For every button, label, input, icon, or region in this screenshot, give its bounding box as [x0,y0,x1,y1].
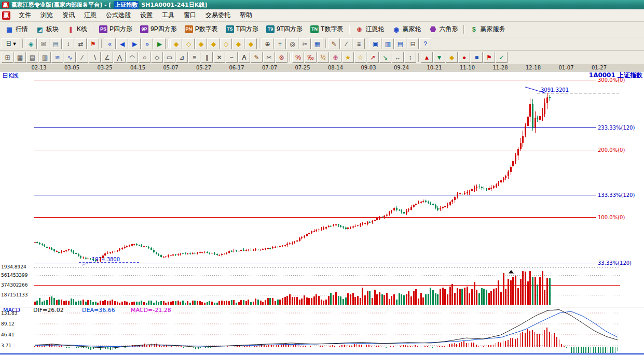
menu-item-7[interactable]: 工具 [157,9,179,21]
chart-area[interactable]: 300.0%(0)233.33%(120)200.0%(0)133.33%(12… [0,72,644,355]
quotes-button[interactable]: ▦行情 [2,23,32,36]
layers-tool[interactable]: ≡ [353,38,365,49]
help-button[interactable]: ? [419,38,431,49]
save-layout-button[interactable]: ⊟ [407,38,419,49]
wave2-tool[interactable]: ~ [226,52,238,63]
text-tool[interactable]: A [238,52,250,63]
panel-layout-2[interactable]: ▥ [382,38,394,49]
9t-square-button[interactable]: T99T四方形 [263,23,306,36]
horizontal-grid-tool[interactable]: ▤ [26,52,38,63]
up-arrow-tool[interactable]: ↗ [367,52,379,63]
menu-item-1[interactable]: 文件 [14,9,36,21]
flag2-tool[interactable]: ⚑ [483,52,495,63]
sell-mark-tool[interactable]: ▼ [433,52,445,63]
t-square-button[interactable]: TST四方形 [222,23,262,36]
line-tool[interactable]: ∕ [340,38,352,49]
pencil-tool[interactable]: ✎ [328,38,340,49]
auto-play-button[interactable]: ▶ [154,38,166,49]
p-number-table-button[interactable]: PNP数字表 [181,23,222,36]
winner-wheel-button[interactable]: ◉赢家轮 [388,23,424,36]
gann-fan-tool[interactable]: ⊕ [330,52,341,63]
p-square-button[interactable]: PSP四方形 [95,23,136,36]
grid-tool[interactable]: ▦ [311,38,323,49]
menu-item-10[interactable]: 帮助 [235,9,257,21]
next-page-button[interactable]: ▶ [129,38,141,49]
info-panel-tool[interactable]: ▤ [50,38,62,49]
down-arrow-tool[interactable]: ↘ [379,52,391,63]
menu-item-2[interactable]: 浏览 [36,9,58,21]
first-page-button[interactable]: « [104,38,116,49]
trend-line-tool[interactable]: ∕ [76,52,88,63]
star-outline-tool[interactable]: ☆ [354,52,366,63]
cross-line-tool[interactable]: ✕ [213,52,225,63]
volume-bar [474,282,475,305]
menu-item-3[interactable]: 资讯 [58,9,79,21]
hrange-tool[interactable]: ↔ [392,52,404,63]
gann-diamond-tool-5[interactable]: ◇ [220,38,232,49]
gann-diamond-tool-1[interactable]: ◆ [170,38,182,49]
dot-mark-tool[interactable]: ● [458,52,470,63]
gann-diamond-tool-4[interactable]: ◆ [208,38,220,49]
confirm-tool[interactable]: ✓ [496,52,508,63]
angle-tool[interactable]: ∠ [101,52,113,63]
prev-page-button[interactable]: ◀ [116,38,128,49]
sectors-button[interactable]: ◩板块 [32,23,62,36]
vrange-tool[interactable]: ↕ [404,52,416,63]
arc-tool[interactable]: ◠ [126,52,138,63]
gann-diamond-tool-7[interactable]: ◆ [245,38,257,49]
add-tool[interactable]: + [274,38,286,49]
gann-diamond-tool-6[interactable]: ◆ [232,38,244,49]
permille-tool[interactable]: ‰ [305,52,317,63]
gann-square-tool[interactable]: ⊞ [2,52,13,63]
ratio-tool[interactable]: ½ [317,52,329,63]
crosshair-tool[interactable]: ⊕ [262,38,273,49]
message-tool[interactable]: ✉ [37,38,49,49]
kline-button[interactable]: ∥K线 [63,23,91,36]
switch-period-tool[interactable]: ⇄ [75,38,87,49]
percent-tool[interactable]: % [292,52,304,63]
menu-item-9[interactable]: 交易委托 [201,9,235,21]
down-line-tool[interactable]: ∖ [89,52,101,63]
rhombus-tool[interactable]: ◇ [151,52,163,63]
menu-item-6[interactable]: 设置 [135,9,157,21]
sine-tool[interactable]: ∿ [64,52,76,63]
flag-mark-tool[interactable]: ⚑ [87,38,99,49]
title-bar[interactable]: 赢 赢家江恩专业版[赢家内部服务平台] - [上证指数 SH1A0001-241… [0,0,644,9]
gann-grid-tool[interactable]: ▦ [14,52,26,63]
square-mark-tool[interactable]: ■ [471,52,483,63]
diamond-mark-tool[interactable]: ◆ [446,52,458,63]
vertical-grid-tool[interactable]: ▥ [39,52,51,63]
menu-item-8[interactable]: 窗口 [179,9,201,21]
panel-layout-3[interactable]: ▤ [394,38,406,49]
menu-item-5[interactable]: 公式选股 [101,9,135,21]
gann-diamond-tool-2[interactable]: ◇ [183,38,195,49]
delete-tool[interactable]: ⊗ [276,52,287,63]
parallel-lines-tool[interactable]: ≡ [188,52,200,63]
channel-tool[interactable]: ∥ [201,52,213,63]
target-tool[interactable]: ◎ [286,38,298,49]
rect-tool[interactable]: ▭ [163,52,175,63]
period-daily-dropdown[interactable]: 日 ▾ [2,38,20,49]
gann-diamond-tool-3[interactable]: ◆ [195,38,207,49]
panel-layout-1[interactable]: ▣ [369,38,381,49]
gann-box-tool[interactable]: ◈ [25,38,37,49]
circle-tool[interactable]: ○ [139,52,150,63]
zigzag-tool[interactable]: ⋀ [114,52,126,63]
erase-tool[interactable]: ✂ [263,52,275,63]
star-tool[interactable]: ★ [342,52,354,63]
gann-wheel-button[interactable]: ⊕江恩轮 [351,23,388,36]
last-page-button[interactable]: » [141,38,153,49]
cut-tool[interactable]: ✂ [299,38,311,49]
triangle-tool[interactable]: ⊿ [176,52,188,63]
hexagon-button[interactable]: 六角形 [425,23,461,36]
date-axis[interactable]: 02-1303-0503-2504-1505-0705-2706-1707-07… [0,64,644,72]
buy-mark-tool[interactable]: ▲ [421,52,433,63]
wave-tool[interactable]: ≋ [51,52,63,63]
annotation-tool[interactable]: ✎ [251,52,263,63]
vertical-scale-tool[interactable]: ↕ [62,38,74,49]
winner-service-button[interactable]: $赢家服务 [466,23,509,36]
menu-item-4[interactable]: 江恩 [79,9,101,21]
t-number-table-button[interactable]: TNT数字表 [307,23,347,36]
9p-square-button[interactable]: 9P9P四方形 [136,23,181,36]
kline-chart[interactable]: 300.0%(0)233.33%(120)200.0%(0)133.33%(12… [0,72,644,355]
